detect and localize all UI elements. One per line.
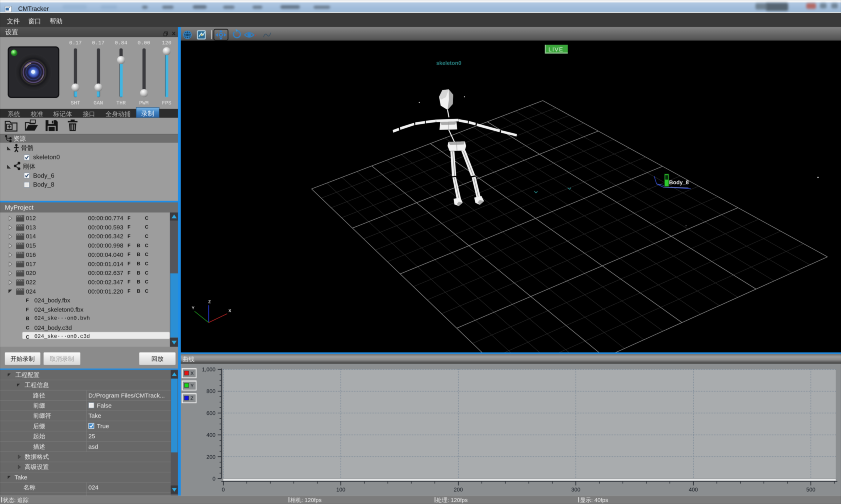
svg-text:500: 500 xyxy=(806,487,816,493)
svg-text:X: X xyxy=(190,371,194,376)
svg-text:Y: Y xyxy=(192,305,194,310)
svg-text:1,000: 1,000 xyxy=(202,366,216,373)
svg-text:Body_8: Body_8 xyxy=(669,179,689,185)
svg-text:Z: Z xyxy=(190,396,193,401)
svg-text:600: 600 xyxy=(206,410,216,416)
svg-text:200: 200 xyxy=(454,487,463,493)
svg-text:100: 100 xyxy=(336,487,345,493)
svg-text:LIVE: LIVE xyxy=(548,46,564,53)
svg-text:曲线: 曲线 xyxy=(183,356,194,362)
svg-text:0: 0 xyxy=(212,476,216,482)
svg-text:skeleton0: skeleton0 xyxy=(436,60,461,66)
svg-text:300: 300 xyxy=(571,487,580,493)
svg-text:Y: Y xyxy=(190,383,194,388)
svg-text:Z: Z xyxy=(208,299,211,304)
svg-text:0: 0 xyxy=(222,487,225,493)
svg-text:400: 400 xyxy=(206,432,216,438)
svg-text:X: X xyxy=(228,308,231,313)
svg-text:200: 200 xyxy=(206,454,216,460)
svg-text:800: 800 xyxy=(206,388,216,394)
svg-text:400: 400 xyxy=(689,487,698,493)
